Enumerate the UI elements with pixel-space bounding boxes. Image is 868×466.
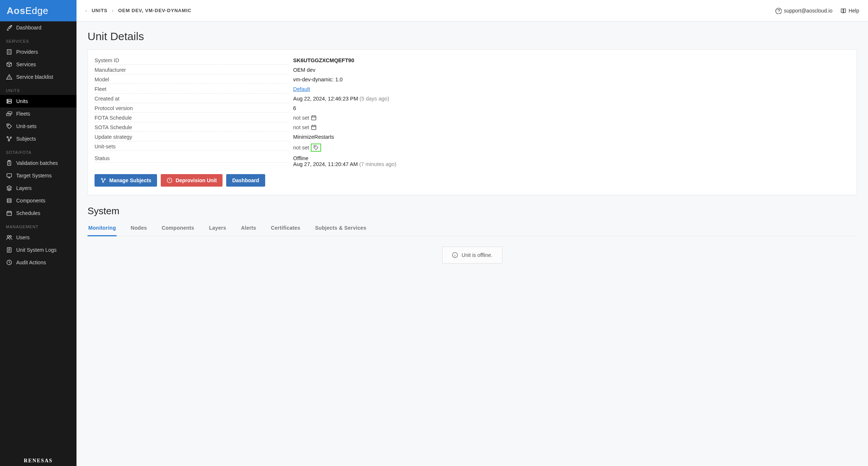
breadcrumb-unit-name: OEM DEV, VM-DEV-DYNAMIC (118, 8, 191, 13)
sidebar-item-audit-actions[interactable]: Audit Actions (0, 256, 77, 269)
row-protocol: Protocol version 6 (95, 103, 850, 113)
sidebar-item-validation-batches[interactable]: Validation batches (0, 157, 77, 169)
component-icon (6, 197, 13, 204)
sidebar-item-unit-sets[interactable]: Unit-sets (0, 120, 77, 133)
tab-layers[interactable]: Layers (208, 221, 227, 236)
tag-icon (6, 123, 13, 130)
value-system-id: SK6UTGGZXCMQEFT90 (293, 57, 850, 63)
tab-monitoring[interactable]: Monitoring (88, 221, 117, 236)
sidebar-item-label: Schedules (16, 210, 40, 216)
row-created: Created at Aug 22, 2024, 12:46:23 PM (5 … (95, 94, 850, 103)
row-unitsets: Unit-sets not set (95, 142, 850, 153)
sidebar-item-unit-system-logs[interactable]: Unit System Logs (0, 244, 77, 256)
sidebar-item-label: Users (16, 234, 30, 240)
system-heading: System (88, 205, 857, 217)
clipboard-icon (6, 160, 13, 166)
tab-certificates[interactable]: Certificates (270, 221, 301, 236)
app-logo: AosEdge (0, 0, 77, 21)
chevron-icon: › (112, 8, 114, 13)
topbar: › UNITS › OEM DEV, VM-DEV-DYNAMIC suppor… (77, 0, 868, 21)
dashboard-button[interactable]: Dashboard (226, 174, 265, 187)
sidebar-item-subjects[interactable]: Subjects (0, 133, 77, 145)
monitor-icon (6, 172, 13, 179)
value-unitsets: not set (293, 145, 309, 151)
sidebar: AosEdge DashboardSERVICESProvidersServic… (0, 0, 77, 466)
vendor-logo: RENESAS (0, 456, 77, 466)
help-link[interactable]: Help (840, 7, 859, 14)
row-manufacturer: Manufacturer OEM dev (95, 65, 850, 75)
sidebar-item-label: Unit System Logs (16, 247, 57, 253)
tab-nodes[interactable]: Nodes (130, 221, 147, 236)
banner-text: Unit is offline. (462, 252, 492, 258)
sidebar-item-label: Audit Actions (16, 260, 46, 265)
sidebar-item-layers[interactable]: Layers (0, 182, 77, 194)
sidebar-item-target-systems[interactable]: Target Systems (0, 169, 77, 182)
value-sota: not set (293, 124, 309, 130)
fleet-icon (6, 110, 13, 117)
sidebar-item-label: Validation batches (16, 160, 58, 166)
sidebar-item-label: Fleets (16, 111, 30, 117)
value-model: vm-dev-dynamic: 1.0 (293, 77, 850, 82)
value-status: Offline (293, 155, 850, 161)
building-icon (6, 49, 13, 55)
sidebar-item-components[interactable]: Components (0, 194, 77, 207)
warn-icon (167, 177, 172, 183)
row-fleet: Fleet Default (95, 84, 850, 94)
sidebar-section-services: SERVICES (0, 34, 77, 46)
unit-details-card: System ID SK6UTGGZXCMQEFT90 Manufacturer… (88, 49, 857, 195)
page-title: Unit Details (88, 30, 857, 43)
sidebar-item-label: Providers (16, 49, 38, 55)
sidebar-item-fleets[interactable]: Fleets (0, 107, 77, 120)
breadcrumb-units[interactable]: UNITS (92, 8, 107, 13)
value-manufacturer: OEM dev (293, 67, 850, 73)
layers-icon (6, 185, 13, 191)
tab-alerts[interactable]: Alerts (240, 221, 257, 236)
value-status-time: Aug 27, 2024, 11:20:47 AM (293, 161, 358, 167)
rocket-icon (6, 24, 13, 31)
sidebar-item-service-blacklist[interactable]: Service blacklist (0, 71, 77, 83)
sidebar-item-users[interactable]: Users (0, 231, 77, 244)
sidebar-section-management: MANAGEMENT (0, 219, 77, 231)
row-strategy: Update strategy MinimizeRestarts (95, 132, 850, 142)
info-icon (452, 252, 458, 258)
sidebar-item-units[interactable]: Units (0, 95, 77, 107)
sidebar-item-label: Components (16, 198, 45, 204)
sidebar-item-schedules[interactable]: Schedules (0, 207, 77, 219)
manage-subjects-button[interactable]: Manage Subjects (95, 174, 157, 187)
sidebar-item-label: Unit-sets (16, 123, 36, 129)
page-content: Unit Details System ID SK6UTGGZXCMQEFT90… (77, 21, 868, 272)
value-status-rel: (7 minutes ago) (359, 161, 396, 167)
sidebar-item-providers[interactable]: Providers (0, 46, 77, 58)
sidebar-item-label: Layers (16, 185, 32, 191)
support-email: support@aoscloud.io (784, 8, 832, 14)
sidebar-item-label: Service blacklist (16, 74, 53, 80)
logo-part-2: Edge (25, 5, 49, 17)
support-link[interactable]: support@aoscloud.io (775, 7, 832, 14)
sidebar-item-label: Target Systems (16, 173, 51, 179)
sidebar-section-units: UNITS (0, 83, 77, 95)
deprovision-button[interactable]: Deprovision Unit (161, 174, 223, 187)
sidebar-item-services[interactable]: Services (0, 58, 77, 71)
sidebar-item-label: Units (16, 98, 28, 104)
tab-subjects-services[interactable]: Subjects & Services (314, 221, 367, 236)
chevron-icon: › (85, 8, 87, 13)
tag-icon[interactable] (313, 145, 319, 151)
calendar-icon[interactable] (311, 115, 317, 121)
sidebar-item-dashboard[interactable]: Dashboard (0, 21, 77, 34)
system-tabs: MonitoringNodesComponentsLayersAlertsCer… (88, 221, 857, 236)
log-icon (6, 247, 13, 253)
alert-icon (6, 74, 13, 80)
tab-components[interactable]: Components (161, 221, 195, 236)
row-system-id: System ID SK6UTGGZXCMQEFT90 (95, 56, 850, 65)
calendar-icon[interactable] (311, 124, 317, 130)
calendar-icon (6, 210, 13, 216)
breadcrumb: › UNITS › OEM DEV, VM-DEV-DYNAMIC (85, 8, 192, 13)
fleet-link[interactable]: Default (293, 86, 310, 92)
graph-icon (100, 177, 106, 183)
logo-part-1: Aos (7, 5, 25, 17)
unitsets-highlight (311, 144, 321, 152)
sidebar-item-label: Services (16, 61, 36, 67)
offline-banner: Unit is offline. (442, 247, 502, 264)
value-created: Aug 22, 2024, 12:46:23 PM (293, 96, 358, 102)
main-area: › UNITS › OEM DEV, VM-DEV-DYNAMIC suppor… (77, 0, 868, 466)
